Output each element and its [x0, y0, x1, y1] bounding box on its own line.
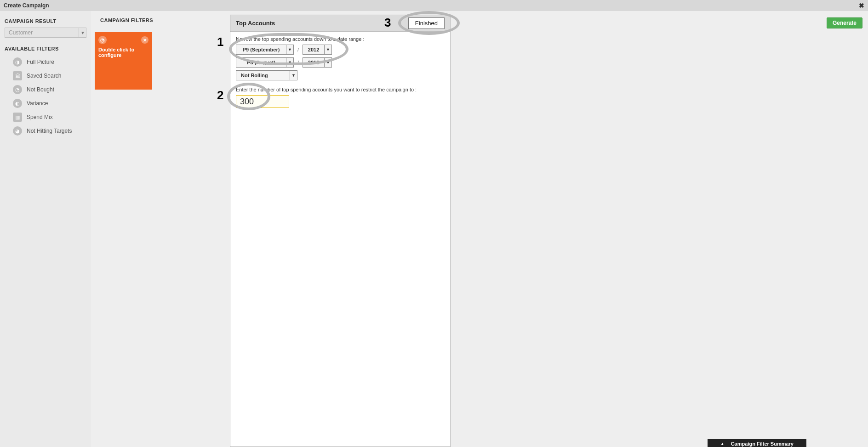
campaign-filter-summary-tab[interactable]: ▲ Campaign Filter Summary	[708, 439, 806, 447]
content-wrap: CAMPAIGN RESULT Customer ▾ AVAILABLE FIL…	[0, 11, 868, 447]
chevron-down-icon[interactable]: ▼	[286, 57, 294, 68]
sidebar: CAMPAIGN RESULT Customer ▾ AVAILABLE FIL…	[0, 11, 91, 447]
filter-config-panel: Top Accounts Finished Narrow the top spe…	[230, 15, 451, 447]
filter-label: Not Bought	[27, 86, 54, 93]
annotation-number-2: 2	[217, 88, 223, 102]
window-titlebar: Create Campaign ✖	[0, 0, 868, 11]
filter-label: Not Hitting Targets	[27, 128, 72, 134]
spend-mix-icon: ▥	[13, 113, 22, 122]
variance-icon: ◐	[13, 99, 22, 108]
to-year-select[interactable]: 2013 ▼	[303, 57, 332, 68]
panel-body: Narrow the top spending accounts down to…	[230, 32, 450, 113]
to-period-value: P8 (August)	[236, 57, 286, 68]
account-count-input[interactable]	[236, 95, 289, 108]
full-picture-icon: ◑	[13, 57, 22, 67]
rolling-select[interactable]: Not Rolling ▼	[236, 70, 445, 80]
campaign-result-value: Customer	[5, 28, 79, 38]
filter-label: Saved Search	[27, 73, 61, 79]
date-slash: /	[297, 60, 299, 65]
panel-header: Top Accounts Finished	[230, 15, 450, 32]
saved-search-icon: 🏛	[13, 71, 22, 80]
count-hint: Enter the number of top spending account…	[236, 87, 445, 92]
campaign-filters-heading: CAMPAIGN FILTERS	[91, 11, 868, 28]
filter-saved-search[interactable]: 🏛 Saved Search	[5, 69, 86, 83]
campaign-result-select[interactable]: Customer ▾	[5, 28, 86, 38]
chevron-down-icon[interactable]: ▼	[325, 57, 332, 68]
finished-button[interactable]: Finished	[408, 17, 445, 29]
filter-spend-mix[interactable]: ▥ Spend Mix	[5, 110, 86, 124]
available-filters-list: ◑ Full Picture 🏛 Saved Search ◔ Not Boug…	[5, 55, 86, 138]
available-filters-heading: AVAILABLE FILTERS	[5, 46, 86, 51]
from-year-select[interactable]: 2012 ▼	[303, 45, 332, 55]
date-slash: /	[297, 47, 299, 52]
chevron-down-icon[interactable]: ▼	[290, 70, 297, 80]
generate-button[interactable]: Generate	[827, 17, 862, 28]
filter-slot-card[interactable]: ◔ ✕ Double click to configure	[95, 32, 152, 90]
chevron-down-icon[interactable]: ▼	[286, 45, 294, 55]
summary-label: Campaign Filter Summary	[731, 441, 794, 447]
chevron-down-icon[interactable]: ▼	[325, 45, 332, 55]
slot-remove-button[interactable]: ✕	[141, 36, 148, 44]
filter-label: Full Picture	[27, 59, 54, 65]
filter-label: Variance	[27, 100, 48, 107]
not-bought-icon: ◔	[13, 85, 22, 94]
filter-full-picture[interactable]: ◑ Full Picture	[5, 55, 86, 69]
annotation-number-1: 1	[217, 35, 223, 49]
to-period-select[interactable]: P8 (August) ▼	[236, 57, 294, 68]
date-from-row: P9 (September) ▼ / 2012 ▼	[236, 45, 445, 55]
chevron-up-icon: ▲	[720, 441, 725, 446]
not-hitting-targets-icon: ◕	[13, 126, 22, 136]
rolling-value: Not Rolling	[236, 70, 290, 80]
from-year-value: 2012	[303, 45, 325, 55]
slot-type-icon: ◔	[98, 36, 107, 44]
campaign-result-caret-icon[interactable]: ▾	[79, 28, 86, 38]
slot-message: Double click to configure	[98, 47, 148, 58]
filter-label: Spend Mix	[27, 114, 53, 120]
date-to-row: P8 (August) ▼ / 2013 ▼	[236, 57, 445, 68]
filter-variance[interactable]: ◐ Variance	[5, 96, 86, 110]
from-period-value: P9 (September)	[236, 45, 286, 55]
from-period-select[interactable]: P9 (September) ▼	[236, 45, 294, 55]
filter-not-bought[interactable]: ◔ Not Bought	[5, 83, 86, 96]
window-title: Create Campaign	[4, 2, 49, 9]
window-close-button[interactable]: ✖	[859, 0, 864, 11]
main-area: CAMPAIGN FILTERS Generate ◔ ✕ Double cli…	[91, 11, 868, 447]
filter-not-hitting-targets[interactable]: ◕ Not Hitting Targets	[5, 124, 86, 138]
campaign-result-heading: CAMPAIGN RESULT	[5, 18, 86, 24]
date-range-hint: Narrow the top spending accounts down to…	[236, 36, 445, 42]
panel-title: Top Accounts	[236, 20, 275, 27]
to-year-value: 2013	[303, 57, 325, 68]
